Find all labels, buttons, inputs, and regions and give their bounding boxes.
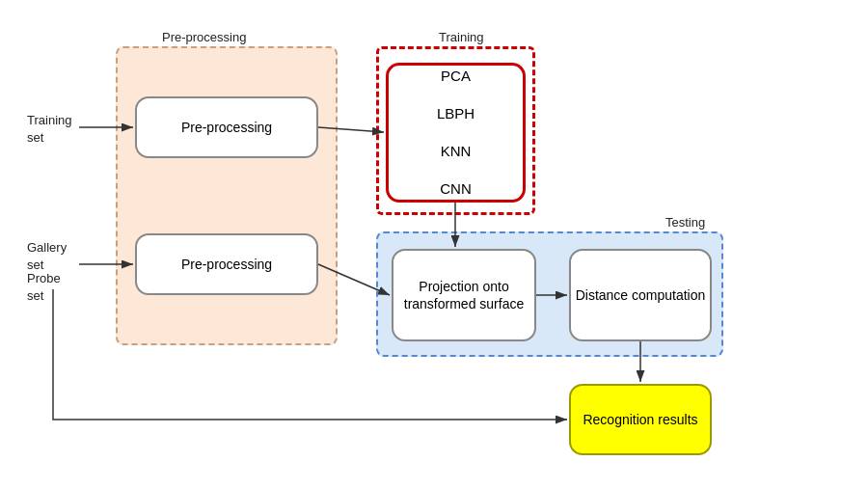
label-gallery-set: Gallery set: [27, 239, 67, 274]
training-region-label: Training: [439, 29, 483, 46]
box-recognition-label: Recognition results: [583, 411, 697, 428]
box-preprocessing-top-label: Pre-processing: [181, 119, 272, 136]
box-preprocessing-bottom: Pre-processing: [135, 233, 318, 295]
box-preprocessing-top: Pre-processing: [135, 96, 318, 158]
region-preprocessing: [116, 46, 338, 345]
box-distance: Distance computation: [569, 249, 712, 341]
training-pca: PCA: [441, 67, 471, 86]
box-distance-label: Distance computation: [576, 286, 706, 304]
label-training-set: Training set: [27, 112, 71, 147]
box-projection-label: Projection onto transformed surface: [393, 278, 534, 312]
training-lbph: LBPH: [437, 104, 475, 123]
label-probe-set: Probe set: [27, 270, 61, 305]
box-projection: Projection onto transformed surface: [392, 249, 536, 341]
training-cnn: CNN: [440, 179, 472, 199]
box-training: PCA LBPH KNN CNN: [386, 63, 526, 203]
box-preprocessing-bottom-label: Pre-processing: [181, 256, 272, 273]
testing-region-label: Testing: [665, 214, 705, 231]
preprocessing-region-label: Pre-processing: [162, 29, 246, 46]
training-knn: KNN: [441, 142, 472, 161]
diagram-container: Pre-processing Training Testing Pre-proc…: [0, 0, 868, 488]
box-recognition: Recognition results: [569, 384, 712, 455]
